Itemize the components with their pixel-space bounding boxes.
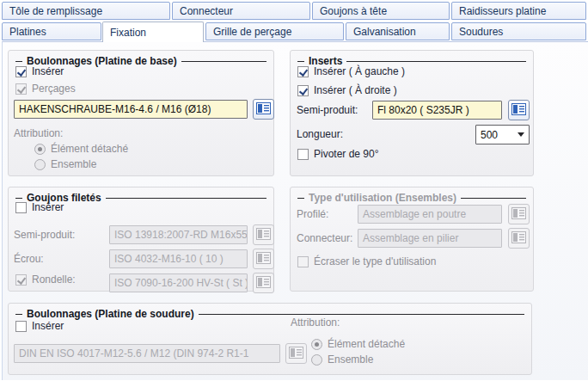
ecraser-checkbox	[297, 256, 309, 267]
catalog-icon	[256, 252, 271, 267]
bolt-standard-field[interactable]: HAKENSCHRAUBE-M16-4.6 / M16 (Ø18)	[14, 100, 248, 119]
group-rule	[461, 198, 526, 199]
tab-goujons-a-tete[interactable]: Goujons à tête	[312, 2, 450, 20]
semi-produit-browse-button	[253, 224, 274, 245]
tab-label: Tôle de remplissage	[9, 5, 102, 17]
longueur-label: Longueur:	[297, 128, 343, 140]
ensemble-label: Ensemble	[328, 353, 373, 366]
inserer-droite-checkbox-row: Insérer ( À droite )	[297, 84, 397, 96]
element-detache-radio	[34, 144, 46, 155]
bolt-standard-field: DIN EN ISO 4017-M12-5.6 / M12 (DIN 974-2…	[14, 344, 280, 363]
ecrou-field: ISO 4032-M16-10 ( 10 )	[109, 249, 248, 268]
catalog-icon	[256, 228, 271, 243]
inserer-droite-label: Insérer ( À droite )	[314, 84, 397, 96]
rondelle-browse-button	[253, 273, 274, 293]
longueur-value: 500	[481, 129, 498, 141]
bolt-catalog-browse-button[interactable]	[253, 99, 274, 120]
semi-produit-label: Semi-produit:	[297, 104, 358, 116]
tab-raidisseurs-platine[interactable]: Raidisseurs platine	[451, 2, 586, 20]
inserer-gauche-checkbox[interactable]	[297, 66, 309, 77]
tab-label: Raidisseurs platine	[459, 5, 546, 17]
tab-label: Grille de perçage	[213, 26, 291, 38]
tab-page-fixation: Boulonnages (Platine de base) Insérer Pe…	[2, 41, 588, 380]
longueur-combobox[interactable]: 500	[475, 125, 530, 144]
inserer-checkbox-row: Insérer	[15, 65, 64, 77]
semi-produit-field[interactable]: Fl 80x20 ( S235JR )	[372, 101, 502, 120]
group-rule	[106, 198, 266, 199]
rondelle-field: ISO 7090-16-200 HV-St ( St )	[109, 273, 248, 292]
tab-connecteur[interactable]: Connecteur	[172, 2, 310, 20]
pivoter-checkbox[interactable]	[297, 149, 309, 160]
element-detache-label: Élément détaché	[328, 338, 405, 350]
tab-grille-de-percage[interactable]: Grille de perçage	[205, 22, 344, 40]
ensemble-radio-row: Ensemble	[311, 353, 373, 366]
catalog-icon	[511, 231, 526, 246]
profile-field: Assemblage en poutre	[358, 205, 502, 224]
ensemble-radio-row: Ensemble	[34, 158, 96, 170]
rondelle-checkbox	[15, 274, 27, 286]
pivoter-label: Pivoter de 90°	[314, 148, 379, 160]
chevron-down-icon	[518, 132, 524, 137]
catalog-icon	[511, 103, 526, 118]
connecteur-browse-button	[508, 228, 530, 249]
tab-label: Goujons à tête	[320, 5, 387, 17]
rondelle-label: Rondelle:	[32, 273, 76, 286]
tab-tole-de-remplissage[interactable]: Tôle de remplissage	[2, 2, 170, 20]
profile-label: Profilé:	[297, 208, 328, 220]
inserer-label: Insérer	[32, 320, 64, 332]
percages-checkbox	[15, 83, 27, 95]
attribution-label: Attribution:	[291, 316, 340, 329]
inserer-droite-checkbox[interactable]	[297, 85, 309, 96]
group-type-utilisation: Type d'utilisation (Ensembles) Profilé: …	[290, 187, 534, 292]
inserer-checkbox[interactable]	[15, 202, 27, 213]
tab-fixation-active[interactable]: Fixation	[102, 22, 204, 42]
collapse-dash-icon	[15, 314, 22, 315]
ensemble-radio	[34, 159, 46, 170]
group-title: Boulonnages (Platine de soudure)	[27, 308, 194, 320]
collapse-dash-icon	[297, 198, 304, 199]
semi-produit-field: ISO 13918:2007-RD M16x55 -	[109, 225, 248, 244]
group-title: Type d'utilisation (Ensembles)	[309, 192, 456, 204]
collapse-dash-icon	[15, 61, 22, 62]
tab-label: Soudures	[459, 26, 503, 38]
tab-platines[interactable]: Platines	[2, 22, 101, 40]
group-rule	[346, 61, 526, 62]
percages-label: Perçages	[32, 83, 76, 95]
inserer-checkbox-row: Insérer	[15, 201, 64, 213]
ecrou-browse-button	[253, 249, 274, 269]
ecraser-label: Écraser le type d'utilisation	[314, 255, 436, 267]
ensemble-label: Ensemble	[51, 158, 96, 170]
inserer-gauche-label: Insérer ( À gauche )	[314, 65, 405, 77]
collapse-dash-icon	[15, 198, 22, 199]
tab-label: Platines	[9, 26, 46, 38]
group-inserts: Inserts Insérer ( À gauche ) Insérer ( À…	[290, 50, 534, 176]
catalog-icon	[289, 347, 303, 361]
ecraser-checkbox-row: Écraser le type d'utilisation	[297, 255, 436, 267]
group-goujons-filetes: Goujons filetés Insérer Semi-produit: IS…	[8, 187, 274, 292]
semi-produit-browse-button[interactable]	[508, 100, 530, 120]
ecrou-label: Écrou:	[14, 253, 44, 265]
attribution-label: Attribution:	[14, 127, 63, 139]
element-detache-radio	[311, 339, 322, 350]
element-detache-label: Élément détaché	[51, 143, 128, 155]
inserer-checkbox[interactable]	[15, 321, 27, 332]
inserer-checkbox[interactable]	[15, 66, 27, 77]
group-boulonnages-platine-base: Boulonnages (Platine de base) Insérer Pe…	[8, 50, 274, 176]
tab-galvanisation[interactable]: Galvanisation	[346, 22, 450, 40]
connecteur-label: Connecteur:	[297, 232, 352, 244]
semi-produit-label: Semi-produit:	[14, 229, 75, 241]
element-detache-radio-row: Élément détaché	[34, 143, 128, 155]
pivoter-checkbox-row: Pivoter de 90°	[297, 148, 379, 160]
inserer-checkbox-row: Insérer	[15, 320, 64, 332]
tab-label: Connecteur	[180, 5, 233, 17]
rondelle-checkbox-row: Rondelle:	[15, 273, 76, 286]
group-boulonnages-platine-soudure: Boulonnages (Platine de soudure) Insérer…	[8, 303, 532, 375]
tab-soudures[interactable]: Soudures	[451, 22, 586, 40]
percages-checkbox-row: Perçages	[15, 83, 76, 95]
catalog-icon	[256, 276, 271, 291]
catalog-icon	[511, 207, 526, 222]
group-header: Boulonnages (Platine de soudure)	[15, 308, 524, 320]
inserer-label: Insérer	[32, 201, 64, 213]
catalog-icon	[256, 102, 271, 117]
tab-label: Galvanisation	[353, 26, 416, 38]
